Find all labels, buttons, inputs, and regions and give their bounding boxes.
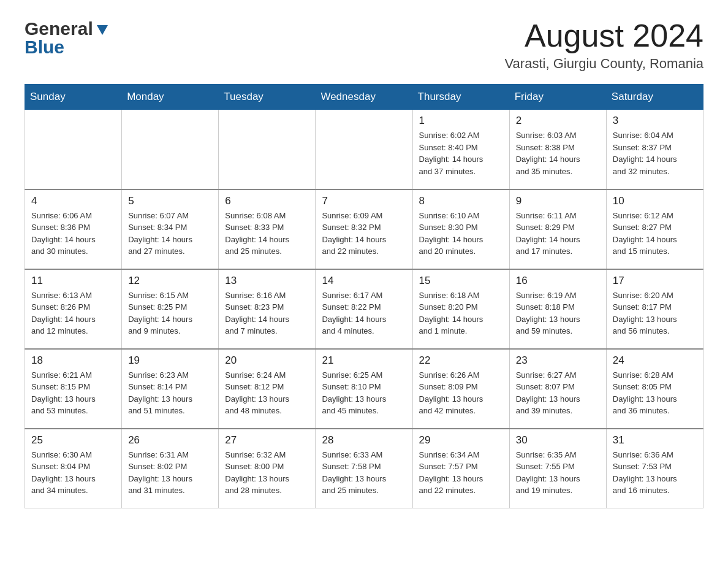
day-number: 24 bbox=[613, 354, 697, 367]
day-info: Sunrise: 6:11 AM Sunset: 8:29 PM Dayligh… bbox=[516, 210, 600, 258]
weekday-header-saturday: Saturday bbox=[606, 85, 703, 110]
day-info: Sunrise: 6:18 AM Sunset: 8:20 PM Dayligh… bbox=[419, 289, 503, 337]
calendar-week-row: 1Sunrise: 6:02 AM Sunset: 8:40 PM Daylig… bbox=[25, 110, 703, 190]
logo-general-text: General bbox=[25, 18, 93, 39]
calendar-cell: 22Sunrise: 6:26 AM Sunset: 8:09 PM Dayli… bbox=[412, 349, 509, 429]
day-info: Sunrise: 6:02 AM Sunset: 8:40 PM Dayligh… bbox=[419, 129, 503, 177]
day-info: Sunrise: 6:08 AM Sunset: 8:33 PM Dayligh… bbox=[225, 210, 309, 258]
day-number: 9 bbox=[516, 195, 600, 207]
calendar-table: SundayMondayTuesdayWednesdayThursdayFrid… bbox=[25, 84, 703, 508]
svg-marker-0 bbox=[97, 25, 108, 35]
calendar-cell: 20Sunrise: 6:24 AM Sunset: 8:12 PM Dayli… bbox=[219, 349, 316, 429]
day-number: 2 bbox=[516, 115, 600, 127]
weekday-header-sunday: Sunday bbox=[25, 85, 122, 110]
calendar-cell: 6Sunrise: 6:08 AM Sunset: 8:33 PM Daylig… bbox=[219, 190, 316, 269]
day-info: Sunrise: 6:27 AM Sunset: 8:07 PM Dayligh… bbox=[516, 369, 600, 417]
day-info: Sunrise: 6:16 AM Sunset: 8:23 PM Dayligh… bbox=[225, 289, 309, 337]
calendar-cell: 28Sunrise: 6:33 AM Sunset: 7:58 PM Dayli… bbox=[316, 429, 412, 508]
day-info: Sunrise: 6:26 AM Sunset: 8:09 PM Dayligh… bbox=[419, 369, 503, 417]
calendar-cell: 11Sunrise: 6:13 AM Sunset: 8:26 PM Dayli… bbox=[25, 269, 122, 349]
calendar-cell: 24Sunrise: 6:28 AM Sunset: 8:05 PM Dayli… bbox=[606, 349, 703, 429]
calendar-cell bbox=[219, 110, 316, 190]
logo: General Blue bbox=[25, 18, 109, 58]
day-info: Sunrise: 6:20 AM Sunset: 8:17 PM Dayligh… bbox=[613, 289, 697, 337]
calendar-cell: 14Sunrise: 6:17 AM Sunset: 8:22 PM Dayli… bbox=[316, 269, 412, 349]
day-info: Sunrise: 6:10 AM Sunset: 8:30 PM Dayligh… bbox=[419, 210, 503, 258]
day-info: Sunrise: 6:15 AM Sunset: 8:25 PM Dayligh… bbox=[128, 289, 212, 337]
page-header: General Blue August 2024 Varasti, Giurgi… bbox=[25, 18, 703, 72]
calendar-cell: 16Sunrise: 6:19 AM Sunset: 8:18 PM Dayli… bbox=[509, 269, 606, 349]
day-info: Sunrise: 6:07 AM Sunset: 8:34 PM Dayligh… bbox=[128, 210, 212, 258]
day-number: 12 bbox=[128, 275, 212, 287]
calendar-header-row: SundayMondayTuesdayWednesdayThursdayFrid… bbox=[25, 85, 703, 110]
calendar-cell: 12Sunrise: 6:15 AM Sunset: 8:25 PM Dayli… bbox=[122, 269, 219, 349]
day-number: 29 bbox=[419, 434, 503, 446]
day-info: Sunrise: 6:34 AM Sunset: 7:57 PM Dayligh… bbox=[419, 449, 503, 497]
calendar-cell: 31Sunrise: 6:36 AM Sunset: 7:53 PM Dayli… bbox=[606, 429, 703, 508]
day-number: 22 bbox=[419, 354, 503, 367]
calendar-cell: 29Sunrise: 6:34 AM Sunset: 7:57 PM Dayli… bbox=[412, 429, 509, 508]
day-info: Sunrise: 6:33 AM Sunset: 7:58 PM Dayligh… bbox=[322, 449, 406, 497]
logo-blue-text: Blue bbox=[25, 37, 64, 58]
day-info: Sunrise: 6:24 AM Sunset: 8:12 PM Dayligh… bbox=[225, 369, 309, 417]
day-number: 19 bbox=[128, 354, 212, 367]
calendar-week-row: 4Sunrise: 6:06 AM Sunset: 8:36 PM Daylig… bbox=[25, 190, 703, 269]
calendar-cell: 27Sunrise: 6:32 AM Sunset: 8:00 PM Dayli… bbox=[219, 429, 316, 508]
day-number: 21 bbox=[322, 354, 406, 367]
day-info: Sunrise: 6:25 AM Sunset: 8:10 PM Dayligh… bbox=[322, 369, 406, 417]
day-number: 28 bbox=[322, 434, 406, 446]
day-info: Sunrise: 6:04 AM Sunset: 8:37 PM Dayligh… bbox=[613, 129, 697, 177]
day-number: 23 bbox=[516, 354, 600, 367]
day-number: 26 bbox=[128, 434, 212, 446]
calendar-cell: 4Sunrise: 6:06 AM Sunset: 8:36 PM Daylig… bbox=[25, 190, 122, 269]
month-title: August 2024 bbox=[505, 18, 703, 53]
day-info: Sunrise: 6:23 AM Sunset: 8:14 PM Dayligh… bbox=[128, 369, 212, 417]
day-info: Sunrise: 6:09 AM Sunset: 8:32 PM Dayligh… bbox=[322, 210, 406, 258]
day-number: 14 bbox=[322, 275, 406, 287]
calendar-week-row: 25Sunrise: 6:30 AM Sunset: 8:04 PM Dayli… bbox=[25, 429, 703, 508]
weekday-header-friday: Friday bbox=[509, 85, 606, 110]
day-number: 7 bbox=[322, 195, 406, 207]
day-number: 18 bbox=[31, 354, 115, 367]
calendar-cell bbox=[122, 110, 219, 190]
day-number: 3 bbox=[613, 115, 697, 127]
weekday-header-tuesday: Tuesday bbox=[219, 85, 316, 110]
calendar-cell: 9Sunrise: 6:11 AM Sunset: 8:29 PM Daylig… bbox=[509, 190, 606, 269]
calendar-cell: 25Sunrise: 6:30 AM Sunset: 8:04 PM Dayli… bbox=[25, 429, 122, 508]
calendar-cell: 26Sunrise: 6:31 AM Sunset: 8:02 PM Dayli… bbox=[122, 429, 219, 508]
weekday-header-thursday: Thursday bbox=[412, 85, 509, 110]
day-number: 6 bbox=[225, 195, 309, 207]
calendar-cell: 1Sunrise: 6:02 AM Sunset: 8:40 PM Daylig… bbox=[412, 110, 509, 190]
day-number: 13 bbox=[225, 275, 309, 287]
calendar-cell: 18Sunrise: 6:21 AM Sunset: 8:15 PM Dayli… bbox=[25, 349, 122, 429]
location-subtitle: Varasti, Giurgiu County, Romania bbox=[505, 56, 703, 72]
day-info: Sunrise: 6:28 AM Sunset: 8:05 PM Dayligh… bbox=[613, 369, 697, 417]
day-info: Sunrise: 6:06 AM Sunset: 8:36 PM Dayligh… bbox=[31, 210, 115, 258]
calendar-cell: 10Sunrise: 6:12 AM Sunset: 8:27 PM Dayli… bbox=[606, 190, 703, 269]
day-info: Sunrise: 6:19 AM Sunset: 8:18 PM Dayligh… bbox=[516, 289, 600, 337]
calendar-week-row: 11Sunrise: 6:13 AM Sunset: 8:26 PM Dayli… bbox=[25, 269, 703, 349]
day-info: Sunrise: 6:13 AM Sunset: 8:26 PM Dayligh… bbox=[31, 289, 115, 337]
day-info: Sunrise: 6:31 AM Sunset: 8:02 PM Dayligh… bbox=[128, 449, 212, 497]
day-number: 20 bbox=[225, 354, 309, 367]
day-info: Sunrise: 6:17 AM Sunset: 8:22 PM Dayligh… bbox=[322, 289, 406, 337]
day-info: Sunrise: 6:36 AM Sunset: 7:53 PM Dayligh… bbox=[613, 449, 697, 497]
day-number: 16 bbox=[516, 275, 600, 287]
calendar-cell: 5Sunrise: 6:07 AM Sunset: 8:34 PM Daylig… bbox=[122, 190, 219, 269]
day-number: 1 bbox=[419, 115, 503, 127]
calendar-cell: 7Sunrise: 6:09 AM Sunset: 8:32 PM Daylig… bbox=[316, 190, 412, 269]
day-number: 30 bbox=[516, 434, 600, 446]
day-number: 17 bbox=[613, 275, 697, 287]
logo-arrow-icon bbox=[96, 23, 109, 36]
calendar-cell: 23Sunrise: 6:27 AM Sunset: 8:07 PM Dayli… bbox=[509, 349, 606, 429]
day-info: Sunrise: 6:21 AM Sunset: 8:15 PM Dayligh… bbox=[31, 369, 115, 417]
calendar-cell: 3Sunrise: 6:04 AM Sunset: 8:37 PM Daylig… bbox=[606, 110, 703, 190]
calendar-cell: 13Sunrise: 6:16 AM Sunset: 8:23 PM Dayli… bbox=[219, 269, 316, 349]
day-number: 4 bbox=[31, 195, 115, 207]
day-info: Sunrise: 6:12 AM Sunset: 8:27 PM Dayligh… bbox=[613, 210, 697, 258]
day-info: Sunrise: 6:30 AM Sunset: 8:04 PM Dayligh… bbox=[31, 449, 115, 497]
calendar-cell: 30Sunrise: 6:35 AM Sunset: 7:55 PM Dayli… bbox=[509, 429, 606, 508]
day-info: Sunrise: 6:03 AM Sunset: 8:38 PM Dayligh… bbox=[516, 129, 600, 177]
weekday-header-wednesday: Wednesday bbox=[316, 85, 412, 110]
day-number: 8 bbox=[419, 195, 503, 207]
